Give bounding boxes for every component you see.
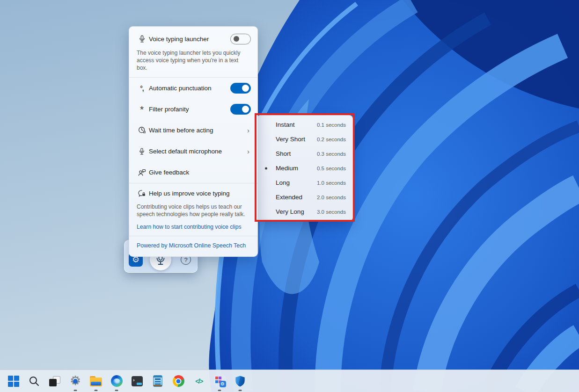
clock-icon — [136, 126, 148, 134]
person-feedback-icon — [136, 169, 148, 176]
terminal-icon: › — [132, 376, 143, 386]
option-label: Extended — [276, 194, 317, 201]
taskbar-notepad-button[interactable] — [147, 370, 168, 392]
microphone-icon — [136, 35, 148, 44]
option-label: Short — [276, 150, 317, 157]
wait-time-option-medium[interactable]: Medium 0.5 seconds — [257, 161, 352, 175]
asterisk-icon: * — [136, 104, 148, 114]
option-value: 2.0 seconds — [317, 195, 346, 200]
automatic-punctuation-toggle[interactable] — [230, 83, 251, 94]
taskbar-edge-button[interactable] — [106, 370, 127, 392]
contribute-voice-clips-link[interactable]: Learn how to start contributing voice cl… — [129, 221, 257, 236]
search-icon — [28, 375, 40, 387]
powertoys-icon: ⚙ — [214, 375, 226, 387]
wait-time-submenu: Instant 0.1 seconds Very Short 0.2 secon… — [257, 115, 353, 221]
wait-time-label: Wait time before acting — [148, 127, 247, 134]
punctuation-icon: °, — [136, 85, 148, 92]
option-value: 0.5 seconds — [317, 166, 346, 171]
wait-time-option-instant[interactable]: Instant 0.1 seconds — [257, 117, 352, 132]
wait-time-row[interactable]: Wait time before acting › — [129, 120, 257, 141]
give-feedback-row[interactable]: Give feedback — [129, 162, 257, 183]
option-value: 0.2 seconds — [317, 137, 346, 142]
chevron-right-icon: › — [247, 147, 251, 155]
chat-lock-icon — [136, 189, 148, 197]
filter-profanity-row[interactable]: * Filter profanity — [129, 99, 257, 120]
taskbar-search-button[interactable] — [24, 370, 44, 392]
default-microphone-label: Select default microphone — [148, 148, 247, 155]
voice-typing-settings-panel: Voice typing launcher The voice typing l… — [129, 26, 258, 257]
taskbar-powertoys-button[interactable]: ⚙ — [209, 370, 230, 392]
option-value: 1.0 seconds — [317, 180, 346, 186]
option-label: Medium — [276, 165, 317, 172]
voice-typing-launcher-toggle[interactable] — [230, 34, 251, 44]
default-microphone-row[interactable]: Select default microphone › — [129, 141, 257, 162]
launcher-description: The voice typing launcher lets you quick… — [129, 49, 257, 77]
taskbar-terminal-button[interactable]: › — [127, 370, 147, 392]
taskbar-dev-tool-button[interactable]: </> — [189, 370, 209, 392]
microphone-icon — [136, 147, 148, 156]
wait-time-option-extended[interactable]: Extended 2.0 seconds — [257, 190, 352, 204]
option-label: Instant — [276, 121, 317, 128]
windows-logo-icon — [8, 376, 19, 387]
option-label: Long — [276, 179, 317, 186]
taskbar-start-button[interactable] — [3, 370, 24, 392]
option-value: 3.0 seconds — [317, 209, 346, 215]
wait-time-option-very-short[interactable]: Very Short 0.2 seconds — [257, 132, 352, 146]
selected-radio-indicator — [265, 167, 267, 169]
wait-time-option-short[interactable]: Short 0.3 seconds — [257, 146, 352, 161]
option-value: 0.1 seconds — [317, 122, 346, 128]
code-brackets-icon: </> — [195, 377, 203, 385]
improve-description: Contributing voice clips helps us teach … — [129, 203, 257, 221]
automatic-punctuation-row[interactable]: °, Automatic punctuation — [129, 78, 257, 99]
taskbar-task-view-button[interactable] — [44, 370, 65, 392]
taskbar-file-explorer-button[interactable] — [86, 370, 106, 392]
option-label: Very Long — [276, 208, 317, 215]
notepad-icon — [153, 375, 162, 387]
filter-profanity-label: Filter profanity — [148, 106, 230, 113]
taskbar: ⚙ › </> ⚙ — [0, 370, 579, 392]
automatic-punctuation-label: Automatic punctuation — [148, 85, 230, 92]
voice-typing-launcher-label: Voice typing launcher — [148, 36, 230, 43]
option-value: 0.3 seconds — [317, 151, 346, 157]
security-shield-icon — [234, 375, 246, 387]
edge-browser-icon — [111, 375, 123, 387]
improve-voice-typing-title: Help us improve voice typing — [148, 190, 251, 197]
taskbar-chrome-button[interactable] — [168, 370, 189, 392]
gear-icon: ⚙ — [70, 375, 81, 387]
folder-icon — [90, 376, 102, 386]
taskbar-settings-button[interactable]: ⚙ — [65, 370, 86, 392]
improve-voice-typing-row: Help us improve voice typing — [129, 183, 257, 203]
wait-time-option-long[interactable]: Long 1.0 seconds — [257, 175, 352, 190]
question-mark-icon: ? — [184, 256, 187, 263]
taskbar-windows-security-button[interactable] — [230, 370, 250, 392]
voice-typing-launcher-row[interactable]: Voice typing launcher — [129, 27, 257, 49]
chevron-right-icon: › — [247, 126, 251, 134]
filter-profanity-toggle[interactable] — [230, 104, 251, 115]
wait-time-option-very-long[interactable]: Very Long 3.0 seconds — [257, 204, 352, 219]
give-feedback-label: Give feedback — [148, 169, 251, 176]
powered-by-link[interactable]: Powered by Microsoft Online Speech Tech — [129, 236, 257, 255]
option-label: Very Short — [276, 136, 317, 143]
task-view-icon — [49, 376, 60, 387]
chrome-browser-icon — [173, 375, 184, 387]
